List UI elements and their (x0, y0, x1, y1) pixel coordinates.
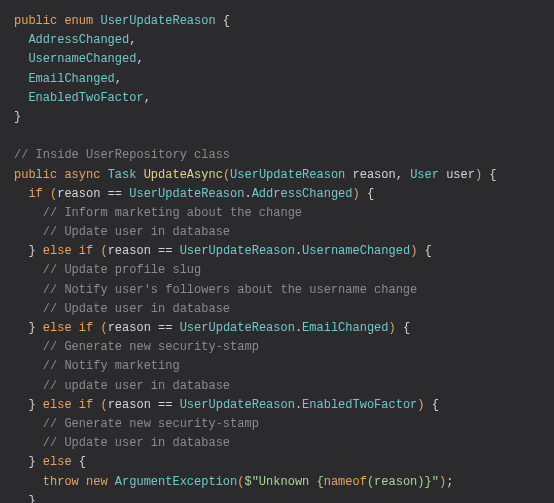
keyword-if: if (79, 321, 93, 335)
enum-member: UsernameChanged (28, 52, 136, 66)
keyword-else: else (43, 321, 72, 335)
keyword-if: if (79, 244, 93, 258)
string-literal: $"Unknown { (244, 475, 323, 489)
keyword-public: public (14, 168, 57, 182)
keyword-if: if (79, 398, 93, 412)
nameof-keyword: nameof (324, 475, 367, 489)
enum-value: EnabledTwoFactor (302, 398, 417, 412)
comment: // Update user in database (43, 302, 230, 316)
param-type: UserUpdateReason (230, 168, 345, 182)
exception-type: ArgumentException (115, 475, 237, 489)
comment: // Update profile slug (43, 263, 201, 277)
keyword-if: if (28, 187, 42, 201)
comment: // Generate new security-stamp (43, 417, 259, 431)
enum-type: UserUpdateReason (180, 398, 295, 412)
comment: // Update user in database (43, 436, 230, 450)
comment: // Notify marketing (43, 359, 180, 373)
type-name: UserUpdateReason (100, 14, 215, 28)
param-type: User (410, 168, 439, 182)
comment: // Inform marketing about the change (43, 206, 302, 220)
comment: // Generate new security-stamp (43, 340, 259, 354)
keyword-new: new (86, 475, 108, 489)
comment: // Update user in database (43, 225, 230, 239)
enum-type: UserUpdateReason (129, 187, 244, 201)
brace-close: } (14, 110, 21, 124)
enum-value: EmailChanged (302, 321, 388, 335)
var-reason: reason (57, 187, 100, 201)
brace-open: { (223, 14, 230, 28)
keyword-else: else (43, 398, 72, 412)
comment: // update user in database (43, 379, 230, 393)
keyword-async: async (64, 168, 100, 182)
enum-type: UserUpdateReason (180, 244, 295, 258)
comment: // Inside UserRepository class (14, 148, 230, 162)
code-block: public enum UserUpdateReason { AddressCh… (14, 12, 540, 503)
keyword-enum: enum (64, 14, 93, 28)
keyword-throw: throw (43, 475, 79, 489)
type-task: Task (108, 168, 137, 182)
param-name: reason (353, 168, 396, 182)
nameof-arg: reason (374, 475, 417, 489)
comment: // Notify user's followers about the use… (43, 283, 417, 297)
var-reason: reason (108, 398, 151, 412)
method-name: UpdateAsync (144, 168, 223, 182)
enum-value: AddressChanged (252, 187, 353, 201)
enum-value: UsernameChanged (302, 244, 410, 258)
string-literal: )}" (417, 475, 439, 489)
keyword-else: else (43, 455, 72, 469)
enum-type: UserUpdateReason (180, 321, 295, 335)
var-reason: reason (108, 244, 151, 258)
keyword-public: public (14, 14, 57, 28)
enum-member: EmailChanged (28, 72, 114, 86)
param-name: user (446, 168, 475, 182)
keyword-else: else (43, 244, 72, 258)
enum-member: AddressChanged (28, 33, 129, 47)
enum-member: EnabledTwoFactor (28, 91, 143, 105)
var-reason: reason (108, 321, 151, 335)
